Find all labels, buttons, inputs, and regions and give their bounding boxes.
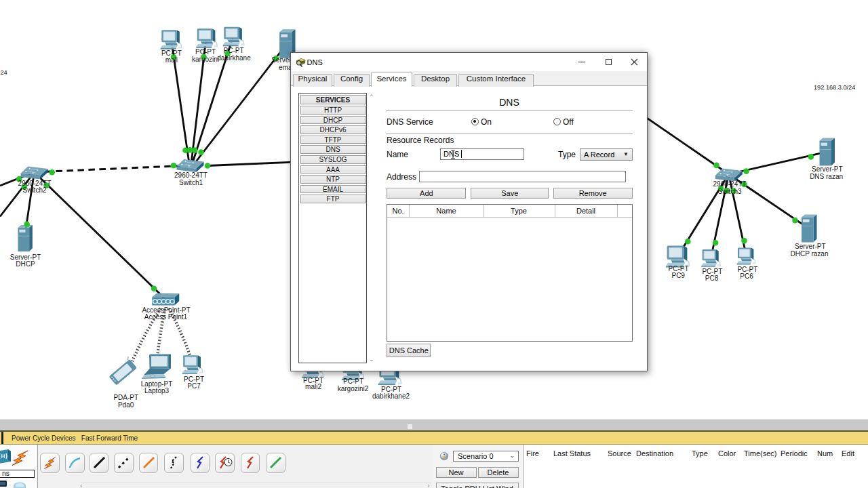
svg-text:PC6: PC6 xyxy=(740,272,753,280)
svg-text:Server-PT: Server-PT xyxy=(812,165,843,173)
svg-text:mali2: mali2 xyxy=(305,383,321,390)
svg-text:DNS razan: DNS razan xyxy=(810,173,843,180)
svg-text:2960-24TT: 2960-24TT xyxy=(174,171,208,179)
svg-text:PC-PT: PC-PT xyxy=(224,47,244,54)
svg-text:Server-PT: Server-PT xyxy=(795,243,826,250)
svg-text:PC-PT: PC-PT xyxy=(195,48,216,56)
svg-text:DHCP razan: DHCP razan xyxy=(791,250,829,258)
svg-text:Laptop3: Laptop3 xyxy=(144,387,170,394)
svg-text:Access Point1: Access Point1 xyxy=(144,313,188,321)
svg-text:2960-24TT: 2960-24TT xyxy=(713,180,747,188)
svg-text:Switch2: Switch2 xyxy=(22,186,46,194)
svg-text:Switch1: Switch1 xyxy=(179,179,203,186)
svg-text:kargozini: kargozini xyxy=(192,56,219,63)
svg-text:dabirkhane2: dabirkhane2 xyxy=(372,392,410,400)
svg-text:192.168.3.0/24: 192.168.3.0/24 xyxy=(814,84,855,91)
svg-text:Switch3: Switch3 xyxy=(717,188,741,195)
svg-text:Pda0: Pda0 xyxy=(118,401,134,409)
svg-text:PC-PT: PC-PT xyxy=(343,378,363,385)
svg-text:mali: mali xyxy=(165,56,178,64)
svg-text:PC-PT: PC-PT xyxy=(737,266,757,273)
svg-text:PC8: PC8 xyxy=(705,274,719,282)
svg-text:kargozini2: kargozini2 xyxy=(338,385,369,392)
svg-text:PC9: PC9 xyxy=(671,272,685,279)
svg-text:DHCP: DHCP xyxy=(16,260,35,268)
svg-text:dabirkhane: dabirkhane xyxy=(217,54,251,62)
svg-text:PDA-PT: PDA-PT xyxy=(113,394,138,401)
svg-text:24: 24 xyxy=(1,69,7,76)
svg-text:PC-PT: PC-PT xyxy=(184,375,204,383)
svg-text:PC7: PC7 xyxy=(187,382,201,390)
